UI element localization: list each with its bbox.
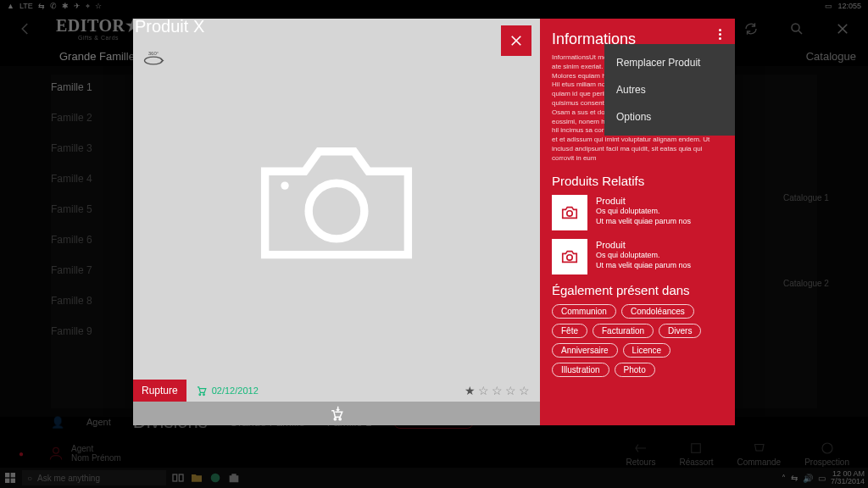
rupture-badge: Rupture: [133, 380, 186, 402]
camera-placeholder-icon: [256, 136, 417, 263]
tag[interactable]: Communion: [552, 304, 616, 319]
modal-close-button[interactable]: [501, 25, 531, 56]
menu-item-replace[interactable]: Remplacer Produit: [604, 49, 735, 76]
svg-point-20: [567, 210, 572, 215]
svg-point-16: [199, 394, 201, 396]
add-to-cart-button[interactable]: [133, 402, 540, 425]
cart-date: 02/12/2012: [195, 385, 259, 396]
svg-point-19: [339, 419, 341, 420]
tag[interactable]: Divers: [659, 324, 701, 338]
svg-text:360°: 360°: [148, 50, 159, 56]
tag[interactable]: Condoléances: [621, 304, 694, 319]
menu-item-options[interactable]: Options: [604, 103, 735, 130]
svg-point-14: [309, 183, 364, 239]
tag[interactable]: Licence: [623, 343, 670, 358]
tag-list: Communion Condoléances Fête Facturation …: [552, 304, 723, 377]
tag[interactable]: Illustration: [552, 363, 609, 377]
rating-stars[interactable]: ★ ☆ ☆ ☆ ☆: [465, 384, 530, 397]
star-icon[interactable]: ☆: [505, 384, 516, 397]
product-modal: Produit X 360° Rupture 02/12/2012: [133, 19, 735, 425]
svg-point-12: [145, 57, 163, 64]
star-icon[interactable]: ★: [465, 384, 476, 397]
tag[interactable]: Anniversaire: [552, 343, 618, 358]
product-status-strip: Rupture 02/12/2012 ★ ☆ ☆ ☆ ☆: [133, 380, 540, 402]
menu-item-other[interactable]: Autres: [604, 76, 735, 103]
product-image-area: 360°: [133, 19, 540, 380]
star-icon[interactable]: ☆: [492, 384, 503, 397]
star-icon[interactable]: ☆: [519, 384, 530, 397]
more-options-button[interactable]: [711, 25, 728, 42]
relative-product[interactable]: Produit Os qui doluptatem. Ut ma velit q…: [552, 195, 723, 230]
relative-thumb: [552, 239, 587, 274]
modal-title: Produit X: [133, 17, 204, 36]
also-in-heading: Également présent dans: [552, 283, 723, 297]
cart-icon: [195, 385, 207, 396]
tag[interactable]: Facturation: [593, 324, 654, 338]
relative-product[interactable]: Produit Os qui doluptatem. Ut ma velit q…: [552, 239, 723, 274]
tag[interactable]: Photo: [615, 363, 655, 377]
svg-point-15: [281, 181, 288, 189]
relatives-heading: Produits Relatifs: [552, 174, 723, 188]
star-icon[interactable]: ☆: [478, 384, 489, 397]
relative-thumb: [552, 195, 587, 230]
svg-point-18: [334, 419, 336, 420]
modal-info-panel: Informations Remplacer Produit Autres Op…: [540, 19, 735, 425]
view-360-icon[interactable]: 360°: [142, 46, 165, 69]
tag[interactable]: Fête: [552, 324, 587, 338]
context-menu: Remplacer Produit Autres Options: [604, 44, 735, 136]
svg-point-17: [203, 394, 204, 396]
svg-point-21: [567, 254, 572, 259]
cart-download-icon: [328, 405, 345, 422]
